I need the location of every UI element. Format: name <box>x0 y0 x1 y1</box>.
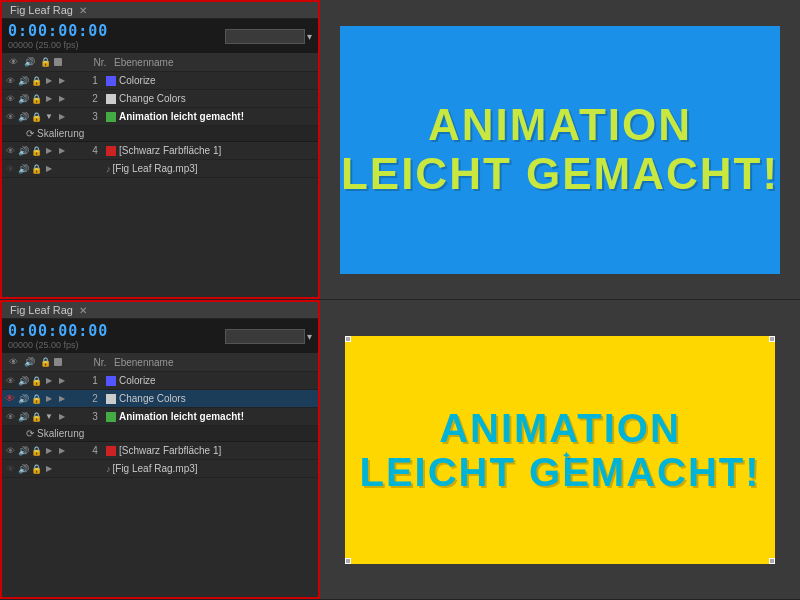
eye-icon-top-4[interactable]: 👁 <box>4 145 16 157</box>
search-input-bottom[interactable] <box>225 329 305 344</box>
lock-col-icon-top: 🔒 <box>38 55 52 69</box>
layer-row-top-1[interactable]: 👁 🔊 🔒 ▶ ▶ 1 Colorize <box>2 72 318 90</box>
layer-row-top-4[interactable]: 👁 🔊 🔒 ▶ ▶ 4 [Schwarz Farbfläche 1] <box>2 142 318 160</box>
lock-icon-top-4[interactable]: 🔒 <box>30 145 42 157</box>
timecode-main-bottom[interactable]: 0:00:00:00 <box>8 322 108 340</box>
lock-icon-bottom-4[interactable]: 🔒 <box>30 445 42 457</box>
col-icons-bottom: 👁 🔊 🔒 <box>6 355 86 369</box>
play-bottom-2[interactable]: ▶ <box>56 393 68 405</box>
timecode-area-top: 0:00:00:00 00000 (25.00 fps) <box>8 22 108 50</box>
layer-color-top-1 <box>106 76 116 86</box>
layer-icons-top-4: 👁 🔊 🔒 ▶ ▶ <box>4 145 84 157</box>
handle-br-bottom[interactable] <box>769 558 775 564</box>
layer-color-bottom-1 <box>106 376 116 386</box>
audio-icon-top-1[interactable]: 🔊 <box>17 75 29 87</box>
layer-row-top-3[interactable]: 👁 🔊 🔒 ▼ ▶ 3 Animation leicht gemacht! <box>2 108 318 126</box>
play-top-4[interactable]: ▶ <box>56 145 68 157</box>
lock-icon-top-2[interactable]: 🔒 <box>30 93 42 105</box>
search-input-top[interactable] <box>225 29 305 44</box>
preview-area-top: ANIMATIONLEICHT GEMACHT! <box>320 0 800 299</box>
handle-tr-bottom[interactable] <box>769 336 775 342</box>
eye-icon-top-2[interactable]: 👁 <box>4 93 16 105</box>
play-top-1[interactable]: ▶ <box>56 75 68 87</box>
layer-icons-bottom-4: 👁 🔊 🔒 ▶ ▶ <box>4 445 84 457</box>
skalierung-row-bottom: ⟳ Skalierung <box>2 426 318 442</box>
lock-icon-top-3[interactable]: 🔒 <box>30 111 42 123</box>
layer-row-bottom-2[interactable]: 👁 🔊 🔒 ▶ ▶ 2 Change Colors <box>2 390 318 408</box>
lock-icon-top-1[interactable]: 🔒 <box>30 75 42 87</box>
preview-canvas-top: ANIMATIONLEICHT GEMACHT! <box>320 0 800 299</box>
eye-col-icon-bottom: 👁 <box>6 355 20 369</box>
layer-row-top-2[interactable]: 👁 🔊 🔒 ▶ ▶ 2 Change Colors <box>2 90 318 108</box>
play-bottom-3[interactable]: ▶ <box>56 411 68 423</box>
audio-icon-top-3[interactable]: 🔊 <box>17 111 29 123</box>
audio-icon-bottom-4[interactable]: 🔊 <box>17 445 29 457</box>
handle-bl-bottom[interactable] <box>345 558 351 564</box>
expand-top-2[interactable]: ▶ <box>43 93 55 105</box>
layer-row-bottom-4[interactable]: 👁 🔊 🔒 ▶ ▶ 4 [Schwarz Farbfläche 1] <box>2 442 318 460</box>
lock-icon-bottom-3[interactable]: 🔒 <box>30 411 42 423</box>
lock-icon-bottom-5[interactable]: 🔒 <box>30 463 42 475</box>
lock-icon-top-5[interactable]: 🔒 <box>30 163 42 175</box>
eye-icon-bottom-4[interactable]: 👁 <box>4 445 16 457</box>
eye-icon-bottom-3[interactable]: 👁 <box>4 411 16 423</box>
play-top-3[interactable]: ▶ <box>56 111 68 123</box>
play-bottom-5[interactable] <box>56 463 68 475</box>
expand-top-5[interactable]: ▶ <box>43 163 55 175</box>
skalierung-text-top: Skalierung <box>37 128 84 139</box>
eye-icon-bottom-5[interactable]: 👁 <box>4 463 16 475</box>
audio-icon-bottom-5[interactable]: 🔊 <box>17 463 29 475</box>
play-bottom-1[interactable]: ▶ <box>56 375 68 387</box>
audio-icon-bottom-1[interactable]: 🔊 <box>17 375 29 387</box>
col-icons-top: 👁 🔊 🔒 <box>6 55 86 69</box>
search-area-top: ▾ <box>225 29 312 44</box>
expand-top-4[interactable]: ▶ <box>43 145 55 157</box>
expand-bottom-1[interactable]: ▶ <box>43 375 55 387</box>
eye-icon-bottom-2[interactable]: 👁 <box>4 393 16 405</box>
timecode-main-top[interactable]: 0:00:00:00 <box>8 22 108 40</box>
audio-icon-bottom-3[interactable]: 🔊 <box>17 411 29 423</box>
expand-bottom-3[interactable]: ▼ <box>43 411 55 423</box>
expand-top-1[interactable]: ▶ <box>43 75 55 87</box>
eye-icon-top-1[interactable]: 👁 <box>4 75 16 87</box>
panel-tab-top: Fig Leaf Rag ✕ <box>2 2 318 19</box>
search-area-bottom: ▾ <box>225 329 312 344</box>
lock-icon-bottom-1[interactable]: 🔒 <box>30 375 42 387</box>
layer-row-bottom-5[interactable]: 👁 🔊 🔒 ▶ ♪ [Fig Leaf Rag.mp3] <box>2 460 318 478</box>
lock-icon-bottom-2[interactable]: 🔒 <box>30 393 42 405</box>
col-name-bottom: Ebenenname <box>114 357 174 368</box>
audio-icon-top-2[interactable]: 🔊 <box>17 93 29 105</box>
panel-tab-close-bottom[interactable]: ✕ <box>79 305 87 316</box>
layer-row-bottom-1[interactable]: 👁 🔊 🔒 ▶ ▶ 1 Colorize <box>2 372 318 390</box>
audio-icon-bottom-2[interactable]: 🔊 <box>17 393 29 405</box>
layer-row-top-5[interactable]: 👁 🔊 🔒 ▶ ♪ [Fig Leaf Rag.mp3] <box>2 160 318 178</box>
panel-tab-bottom: Fig Leaf Rag ✕ <box>2 302 318 319</box>
layer-row-bottom-3[interactable]: 👁 🔊 🔒 ▼ ▶ 3 Animation leicht gemacht! <box>2 408 318 426</box>
layer-num-top-4: 4 <box>84 145 106 156</box>
timecode-bar-top: 0:00:00:00 00000 (25.00 fps) ▾ <box>2 19 318 53</box>
play-top-2[interactable]: ▶ <box>56 93 68 105</box>
preview-canvas-bottom: ANIMATIONLEICHT GE✦MACHT! <box>320 300 800 599</box>
play-bottom-4[interactable]: ▶ <box>56 445 68 457</box>
expand-bottom-4[interactable]: ▶ <box>43 445 55 457</box>
panel-tab-close-top[interactable]: ✕ <box>79 5 87 16</box>
expand-bottom-2[interactable]: ▶ <box>43 393 55 405</box>
expand-top-3[interactable]: ▼ <box>43 111 55 123</box>
layer-icons-bottom-1: 👁 🔊 🔒 ▶ ▶ <box>4 375 84 387</box>
search-dropdown-top[interactable]: ▾ <box>307 31 312 42</box>
timecode-sub-top: 00000 (25.00 fps) <box>8 40 108 50</box>
eye-icon-top-3[interactable]: 👁 <box>4 111 16 123</box>
eye-icon-top-5[interactable]: 👁 <box>4 163 16 175</box>
expand-bottom-5[interactable]: ▶ <box>43 463 55 475</box>
audio-icon-top-5[interactable]: 🔊 <box>17 163 29 175</box>
eye-icon-bottom-1[interactable]: 👁 <box>4 375 16 387</box>
play-top-5[interactable] <box>56 163 68 175</box>
audio-file-icon-top: ♪ <box>106 164 111 174</box>
search-dropdown-bottom[interactable]: ▾ <box>307 331 312 342</box>
handle-tl-bottom[interactable] <box>345 336 351 342</box>
col-name-top: Ebenenname <box>114 57 174 68</box>
audio-icon-top-4[interactable]: 🔊 <box>17 145 29 157</box>
comp-view-top: ANIMATIONLEICHT GEMACHT! <box>340 26 780 274</box>
audio-col-icon-top: 🔊 <box>22 55 36 69</box>
top-panel-row: Fig Leaf Rag ✕ 0:00:00:00 00000 (25.00 f… <box>0 0 800 300</box>
